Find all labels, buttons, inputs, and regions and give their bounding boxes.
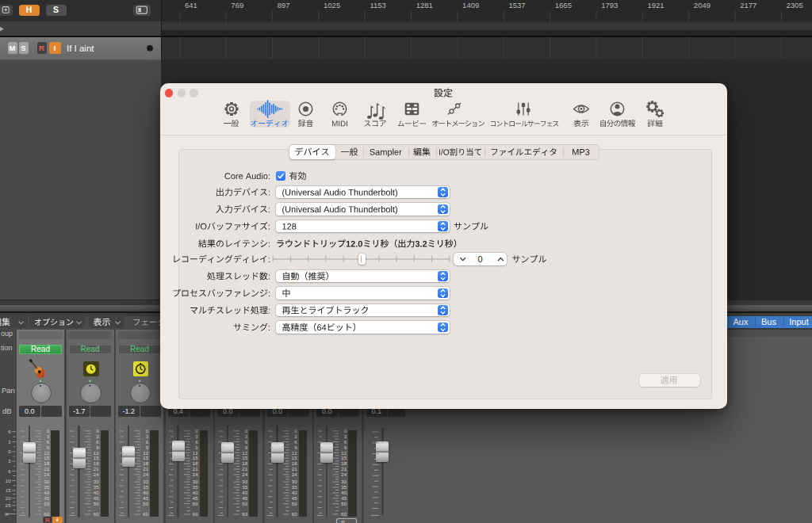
svg-text:0: 0 [477, 254, 482, 264]
